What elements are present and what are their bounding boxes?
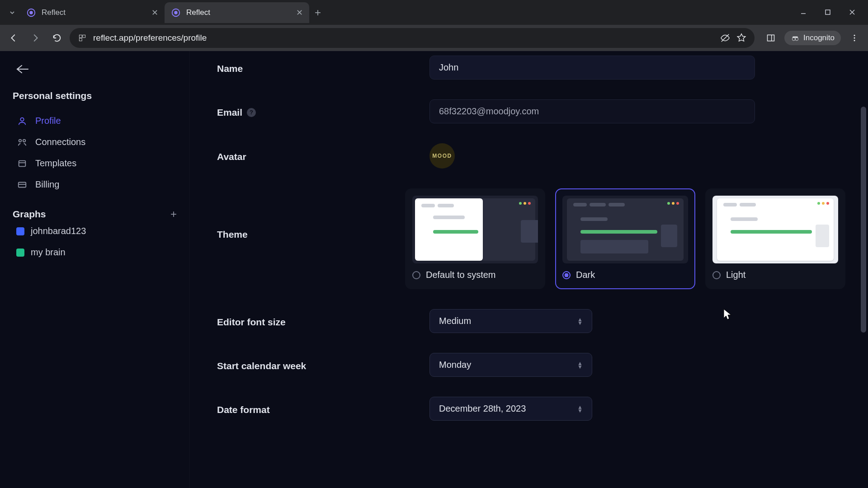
- tab-strip: Reflect ✕ Reflect ✕ +: [0, 0, 868, 25]
- sidebar-item-label: Templates: [35, 158, 76, 169]
- theme-option-system[interactable]: Default to system: [405, 188, 545, 289]
- tab-title: Reflect: [42, 8, 146, 17]
- back-arrow-button[interactable]: [15, 64, 177, 77]
- browser-menu-icon[interactable]: [845, 29, 863, 47]
- incognito-indicator[interactable]: Incognito: [784, 31, 841, 45]
- svg-rect-8: [79, 38, 82, 41]
- theme-options: Default to system: [405, 188, 845, 289]
- svg-point-1: [29, 11, 33, 14]
- name-input[interactable]: John: [429, 56, 755, 80]
- scrollbar-thumb[interactable]: [861, 107, 866, 333]
- browser-tab[interactable]: Reflect ✕: [20, 2, 165, 23]
- graph-color-swatch: [16, 249, 24, 257]
- reflect-favicon-icon: [171, 8, 181, 18]
- sidebar-section-personal: Personal settings: [13, 90, 177, 101]
- incognito-label: Incognito: [803, 33, 835, 42]
- browser-chrome: Reflect ✕ Reflect ✕ + reflect.app/prefer…: [0, 0, 868, 51]
- connections-icon: [16, 137, 28, 147]
- theme-label: Theme: [217, 188, 405, 240]
- svg-point-16: [854, 40, 855, 41]
- select-value: Medium: [439, 316, 471, 326]
- address-bar[interactable]: reflect.app/preferences/profile: [70, 28, 755, 48]
- email-label: Email: [217, 107, 242, 118]
- minimize-icon[interactable]: [797, 8, 810, 18]
- tab-search-dropdown[interactable]: [5, 5, 20, 20]
- url-text: reflect.app/preferences/profile: [93, 33, 714, 43]
- theme-option-label: Dark: [576, 270, 595, 280]
- graph-item[interactable]: my brain: [13, 242, 177, 263]
- dateformat-label: Date format: [217, 403, 429, 415]
- add-graph-button[interactable]: +: [170, 208, 177, 221]
- fontsize-label: Editor font size: [217, 315, 429, 328]
- svg-point-18: [19, 139, 22, 142]
- row-weekstart: Start calendar week Monday ▲▼: [217, 353, 845, 377]
- bookmark-star-icon[interactable]: [736, 33, 746, 43]
- browser-toolbar: reflect.app/preferences/profile Incognit…: [0, 25, 868, 51]
- weekstart-label: Start calendar week: [217, 359, 429, 371]
- app-root: Personal settings Profile Connections Te…: [0, 51, 868, 488]
- theme-option-light[interactable]: Light: [705, 188, 845, 289]
- theme-option-dark[interactable]: Dark: [555, 188, 695, 289]
- templates-icon: [16, 159, 28, 169]
- forward-button[interactable]: [26, 29, 44, 47]
- graph-color-swatch: [16, 227, 24, 235]
- sidebar-item-profile[interactable]: Profile: [13, 110, 177, 131]
- help-icon[interactable]: ?: [247, 108, 256, 117]
- reflect-favicon-icon: [26, 8, 36, 18]
- svg-rect-7: [83, 35, 85, 38]
- dateformat-select[interactable]: December 28th, 2023 ▲▼: [429, 397, 592, 421]
- tab-close-icon[interactable]: ✕: [151, 8, 158, 18]
- tab-close-icon[interactable]: ✕: [296, 8, 303, 18]
- radio-icon: [412, 271, 420, 279]
- weekstart-select[interactable]: Monday ▲▼: [429, 353, 592, 377]
- svg-rect-6: [79, 35, 82, 38]
- sidebar-item-connections[interactable]: Connections: [13, 131, 177, 153]
- back-button[interactable]: [5, 29, 23, 47]
- svg-point-17: [20, 117, 24, 121]
- svg-rect-5: [826, 10, 830, 14]
- theme-option-label: Light: [726, 270, 745, 280]
- sidebar-item-templates[interactable]: Templates: [13, 153, 177, 174]
- graph-label: my brain: [31, 247, 66, 258]
- close-icon[interactable]: [845, 8, 859, 18]
- radio-icon: [712, 271, 721, 279]
- tab-title: Reflect: [186, 8, 291, 17]
- row-avatar: Avatar MOOD: [217, 143, 845, 169]
- row-name: Name John: [217, 56, 845, 80]
- avatar-label: Avatar: [217, 150, 429, 162]
- reload-button[interactable]: [48, 29, 66, 47]
- email-input[interactable]: 68f32203@moodjoy.com: [429, 99, 755, 123]
- scrollbar[interactable]: [860, 52, 867, 487]
- sidebar-item-label: Billing: [35, 179, 59, 190]
- browser-tab[interactable]: Reflect ✕: [165, 2, 309, 23]
- select-value: December 28th, 2023: [439, 404, 526, 414]
- maximize-icon[interactable]: [821, 8, 835, 18]
- window-controls: [797, 8, 868, 18]
- svg-point-13: [795, 38, 798, 41]
- row-dateformat: Date format December 28th, 2023 ▲▼: [217, 397, 845, 421]
- site-settings-icon[interactable]: [78, 33, 87, 42]
- graph-item[interactable]: johnbarad123: [13, 221, 177, 242]
- avatar-image[interactable]: MOOD: [429, 143, 455, 169]
- fontsize-select[interactable]: Medium ▲▼: [429, 309, 592, 333]
- row-theme: Theme: [217, 188, 845, 289]
- new-tab-button[interactable]: +: [309, 6, 326, 19]
- theme-option-label: Default to system: [426, 270, 496, 280]
- graph-label: johnbarad123: [31, 226, 86, 236]
- billing-icon: [16, 180, 28, 190]
- svg-point-12: [792, 38, 795, 41]
- sidebar-item-label: Connections: [35, 137, 85, 147]
- svg-rect-20: [19, 160, 26, 166]
- incognito-eye-icon[interactable]: [720, 33, 730, 43]
- user-icon: [16, 116, 28, 126]
- side-panel-icon[interactable]: [762, 29, 780, 47]
- svg-point-14: [854, 35, 855, 36]
- name-label: Name: [217, 61, 429, 74]
- row-email: Email ? 68f32203@moodjoy.com: [217, 99, 845, 123]
- svg-point-19: [23, 139, 26, 142]
- sidebar-item-billing[interactable]: Billing: [13, 174, 177, 195]
- svg-point-3: [174, 11, 177, 14]
- sidebar-item-label: Profile: [35, 116, 61, 126]
- svg-point-15: [854, 38, 855, 39]
- chevron-updown-icon: ▲▼: [577, 362, 583, 368]
